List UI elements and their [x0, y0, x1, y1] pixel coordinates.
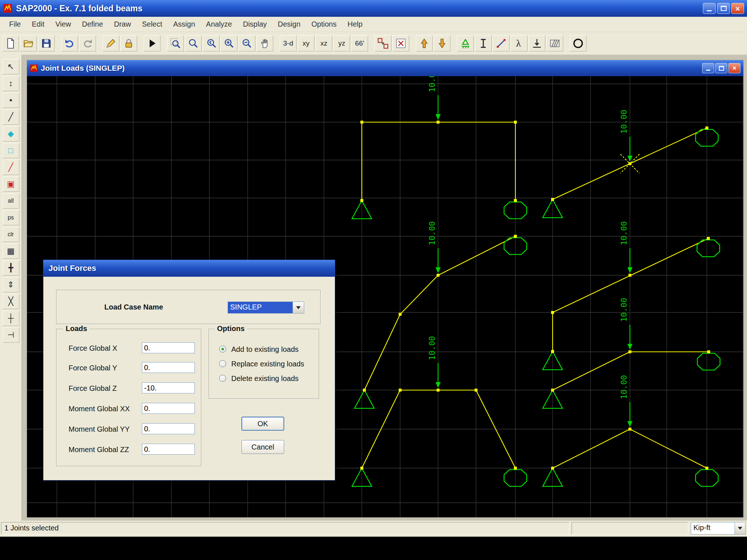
pencil-icon: [105, 38, 117, 49]
menu-help[interactable]: Help: [342, 20, 368, 28]
zoom-in-button[interactable]: [221, 35, 237, 51]
force-global-y-label: Force Global Y: [69, 364, 117, 372]
save-model-button[interactable]: [38, 35, 55, 51]
open-model-button[interactable]: [20, 35, 37, 51]
menu-display[interactable]: Display: [237, 20, 272, 28]
statusbar: 1 Joints selected Kip-ft: [0, 521, 747, 537]
end-offset-button[interactable]: [529, 35, 545, 51]
child-restore-button[interactable]: [715, 63, 727, 73]
radio-replace-existing-label: Replace existing loads: [231, 360, 304, 368]
view-xz-button[interactable]: xz: [316, 35, 332, 51]
redo-button[interactable]: [79, 35, 96, 51]
snap-intersection-button[interactable]: ╳: [3, 294, 19, 309]
chevron-down-icon: [296, 306, 301, 309]
child-minimize-icon: [706, 70, 710, 71]
quick-draw-frame-button[interactable]: ╱: [3, 160, 19, 175]
frame-span-load-button[interactable]: λ: [511, 35, 527, 51]
arrow-up-icon: [418, 38, 430, 49]
zoom-out-button[interactable]: [239, 35, 255, 51]
draw-frame-button[interactable]: ╱: [3, 109, 19, 125]
menu-assign[interactable]: Assign: [168, 20, 201, 28]
draw-quad-button[interactable]: ◆: [3, 126, 19, 141]
assign-restraints-button[interactable]: [457, 35, 474, 51]
menu-options[interactable]: Options: [306, 20, 342, 28]
circle-icon: [572, 38, 584, 49]
previous-zoom-button[interactable]: [203, 35, 220, 51]
frame-releases-button[interactable]: [493, 35, 510, 51]
display-options-button[interactable]: [570, 35, 587, 51]
ok-button[interactable]: OK: [241, 417, 284, 431]
frame-section-button[interactable]: [475, 35, 492, 51]
radio-replace-existing[interactable]: [219, 360, 226, 367]
lock-model-button[interactable]: [120, 35, 137, 51]
moment-global-zz-input[interactable]: [142, 444, 195, 455]
set-elements-button[interactable]: [392, 35, 409, 51]
load-case-dropdown-button[interactable]: [293, 302, 304, 313]
new-model-button[interactable]: [2, 35, 19, 51]
view-xy-button[interactable]: xy: [298, 35, 314, 51]
pan-button[interactable]: [256, 35, 273, 51]
area-section-button[interactable]: [546, 35, 563, 51]
radio-delete-existing[interactable]: [219, 375, 226, 382]
units-select[interactable]: Kip-ft: [691, 522, 746, 534]
snap-perpendicular-button[interactable]: ┼: [3, 311, 19, 326]
menu-edit[interactable]: Edit: [26, 20, 50, 28]
main-titlebar: SAP2000 - Ex. 7.1 folded beams ×: [0, 0, 747, 17]
rect-shell-icon: □: [8, 146, 13, 155]
arrow-down-icon: [436, 38, 448, 49]
menu-draw[interactable]: Draw: [109, 20, 137, 28]
menu-analyze[interactable]: Analyze: [201, 20, 237, 28]
run-analysis-button[interactable]: [144, 35, 160, 51]
force-global-z-input[interactable]: [142, 382, 195, 393]
force-global-y-input[interactable]: [142, 362, 195, 373]
restore-button[interactable]: [717, 3, 730, 14]
menu-view[interactable]: View: [50, 20, 77, 28]
draw-joint-button[interactable]: •: [3, 93, 19, 108]
move-down-button[interactable]: [434, 35, 450, 51]
joint-dot-icon: •: [9, 96, 12, 105]
edit-button[interactable]: [102, 35, 119, 51]
moment-global-xx-input[interactable]: [142, 403, 195, 414]
menu-define[interactable]: Define: [77, 20, 109, 28]
menu-design[interactable]: Design: [272, 20, 306, 28]
snap-joint-button[interactable]: ╋: [3, 260, 19, 276]
menu-select[interactable]: Select: [136, 20, 168, 28]
clear-selection-button[interactable]: clr: [3, 227, 19, 242]
units-dropdown-button[interactable]: [735, 522, 745, 534]
menu-file[interactable]: File: [4, 20, 26, 28]
view-3d-button[interactable]: 3-d: [280, 35, 297, 51]
select-pointer-button[interactable]: ↖: [3, 59, 19, 74]
joint-loads-titlebar[interactable]: Joint Loads (SINGLEP) ×: [27, 60, 743, 76]
child-minimize-button[interactable]: [702, 63, 714, 73]
view-yz-button[interactable]: yz: [333, 35, 350, 51]
close-button[interactable]: ×: [731, 3, 744, 14]
radio-add-to-existing[interactable]: [219, 346, 226, 353]
load-case-select[interactable]: SINGLEP: [228, 302, 304, 314]
options-legend: Options: [215, 324, 247, 333]
reshape-element-button[interactable]: ↕: [3, 76, 19, 91]
child-close-button[interactable]: ×: [728, 63, 740, 73]
lock-icon: [123, 38, 135, 49]
quick-draw-rect-button[interactable]: □: [3, 143, 19, 158]
snap-line-button[interactable]: ⊣: [3, 327, 19, 343]
status-message-panel: 1 Joints selected: [1, 522, 569, 534]
close-icon: ×: [735, 5, 740, 12]
move-up-button[interactable]: [416, 35, 433, 51]
shrink-elements-button[interactable]: [375, 35, 391, 51]
restore-full-view-button[interactable]: [185, 35, 202, 51]
minimize-button[interactable]: [703, 3, 716, 14]
cancel-button[interactable]: Cancel: [241, 440, 284, 454]
rubber-band-zoom-button[interactable]: [167, 35, 184, 51]
select-intersecting-button[interactable]: ▦: [3, 244, 19, 259]
quick-draw-quad-button[interactable]: ▣: [3, 176, 19, 192]
snap-midpoint-button[interactable]: ⇕: [3, 277, 19, 292]
select-all-button[interactable]: all: [3, 193, 19, 209]
moment-global-yy-input[interactable]: [142, 423, 195, 434]
dialog-titlebar[interactable]: Joint Forces: [43, 260, 335, 277]
view-perspective-button[interactable]: 66': [351, 35, 368, 51]
undo-button[interactable]: [61, 35, 78, 51]
force-global-x-input[interactable]: [142, 342, 195, 353]
previous-selection-button[interactable]: ps: [3, 210, 19, 225]
run-icon: [146, 38, 158, 49]
menubar: File Edit View Define Draw Select Assign…: [0, 17, 747, 32]
